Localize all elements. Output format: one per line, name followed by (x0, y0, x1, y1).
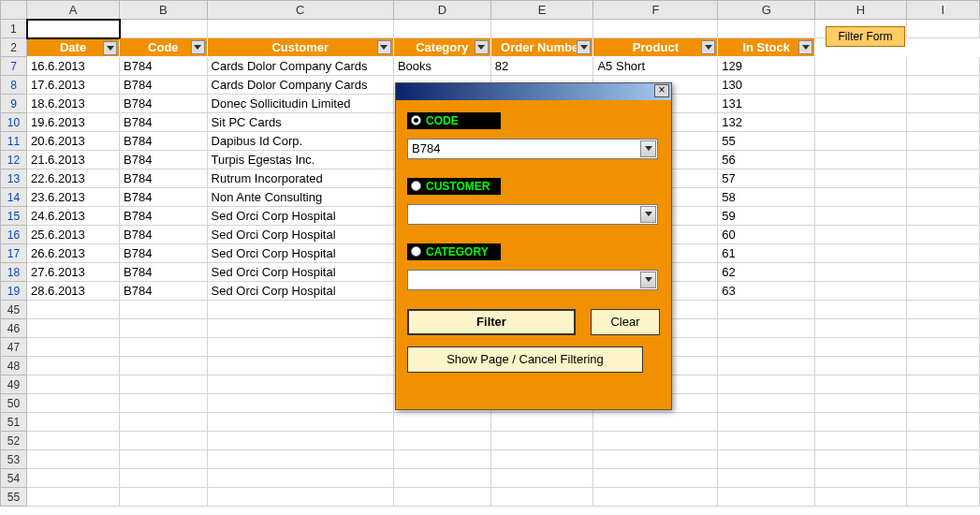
cell-stock[interactable]: 59 (718, 207, 815, 226)
cell[interactable] (815, 357, 907, 375)
cell[interactable] (815, 282, 907, 301)
col-header-D[interactable]: D (393, 1, 490, 20)
cell[interactable] (718, 450, 815, 469)
row-header[interactable]: 18 (1, 263, 27, 282)
cell[interactable] (906, 394, 979, 413)
cell[interactable] (815, 375, 907, 394)
cell-code[interactable]: B784 (120, 113, 208, 132)
cell-customer[interactable]: Donec Sollicitudin Limited (207, 95, 393, 113)
cell[interactable] (120, 413, 208, 432)
cell-code[interactable]: B784 (120, 57, 208, 76)
cell-code[interactable]: B784 (120, 132, 208, 151)
table-header-G[interactable]: In Stock (718, 38, 815, 57)
cell[interactable] (27, 432, 120, 450)
cell-customer[interactable]: Cards Dolor Company Cards (207, 57, 393, 76)
cell[interactable] (593, 488, 718, 507)
cell[interactable] (207, 488, 393, 507)
cell[interactable] (207, 450, 393, 469)
radio-category[interactable]: CATEGORY (407, 243, 501, 260)
cell-code[interactable]: B784 (120, 169, 208, 188)
cell[interactable] (207, 375, 393, 394)
row-header[interactable]: 17 (1, 244, 27, 263)
cell[interactable] (27, 375, 120, 394)
cell[interactable] (718, 357, 815, 375)
col-header-I[interactable]: I (906, 1, 979, 20)
row-header[interactable]: 9 (1, 95, 27, 113)
cell-date[interactable]: 27.6.2013 (27, 263, 120, 282)
cell[interactable] (906, 375, 979, 394)
cell[interactable] (815, 488, 907, 507)
cell[interactable] (393, 488, 490, 507)
cell-stock[interactable]: 57 (718, 169, 815, 188)
cell[interactable] (120, 450, 208, 469)
cell[interactable] (207, 301, 393, 319)
cell-code[interactable]: B784 (120, 95, 208, 113)
cell[interactable] (120, 375, 208, 394)
show-page-cancel-button[interactable]: Show Page / Cancel Filtering (407, 346, 643, 373)
cell[interactable] (906, 432, 979, 450)
clear-button[interactable]: Clear (591, 309, 660, 335)
cell[interactable] (815, 169, 907, 188)
close-icon[interactable]: × (654, 84, 669, 97)
cell[interactable] (718, 319, 815, 338)
cell-code[interactable]: B784 (120, 207, 208, 226)
cell[interactable] (906, 338, 979, 357)
cell[interactable] (718, 432, 815, 450)
cell[interactable] (815, 394, 907, 413)
row-header[interactable]: 54 (1, 469, 27, 488)
cell[interactable] (120, 301, 208, 319)
cell[interactable] (815, 226, 907, 244)
row-header[interactable]: 53 (1, 450, 27, 469)
cell-order[interactable]: 82 (490, 57, 593, 76)
cell[interactable] (120, 338, 208, 357)
cell[interactable] (27, 319, 120, 338)
cell-stock[interactable]: 130 (718, 76, 815, 95)
cell[interactable] (490, 413, 593, 432)
cell[interactable] (815, 319, 907, 338)
col-header-F[interactable]: F (593, 1, 718, 20)
cell-customer[interactable]: Sed Orci Corp Hospital (207, 282, 393, 301)
cell-code[interactable]: B784 (120, 263, 208, 282)
row-header[interactable]: 7 (1, 57, 27, 76)
cell[interactable] (593, 20, 718, 38)
cell[interactable] (27, 357, 120, 375)
cell[interactable] (906, 450, 979, 469)
row-header[interactable]: 12 (1, 151, 27, 169)
cell-customer[interactable]: Sed Orci Corp Hospital (207, 226, 393, 244)
cell[interactable] (393, 432, 490, 450)
cell[interactable] (718, 394, 815, 413)
cell-code[interactable]: B784 (120, 151, 208, 169)
dialog-titlebar[interactable]: × (396, 83, 671, 100)
code-combobox[interactable]: B784 (407, 139, 658, 159)
customer-combobox[interactable] (407, 204, 658, 225)
table-header-E[interactable]: Order Number (490, 38, 593, 57)
cell-date[interactable]: 20.6.2013 (27, 132, 120, 151)
cell[interactable] (906, 226, 979, 244)
row-header[interactable]: 45 (1, 301, 27, 319)
cell-stock[interactable]: 60 (718, 226, 815, 244)
cell[interactable] (906, 20, 979, 38)
cell[interactable] (815, 450, 907, 469)
cell-stock[interactable]: 56 (718, 151, 815, 169)
cell[interactable] (120, 20, 208, 38)
cell-stock[interactable]: 55 (718, 132, 815, 151)
row-header[interactable]: 51 (1, 413, 27, 432)
cell[interactable] (906, 57, 979, 76)
row-header[interactable]: 55 (1, 488, 27, 507)
cell-date[interactable]: 17.6.2013 (27, 76, 120, 95)
cell[interactable] (906, 301, 979, 319)
cell-date[interactable]: 16.6.2013 (27, 57, 120, 76)
cell-stock[interactable]: 131 (718, 95, 815, 113)
cell[interactable] (718, 469, 815, 488)
cell[interactable] (815, 76, 907, 95)
cell[interactable] (815, 338, 907, 357)
cell-A1[interactable] (27, 20, 120, 38)
cell[interactable] (906, 38, 979, 57)
row-header[interactable]: 47 (1, 338, 27, 357)
filter-dropdown-icon[interactable] (191, 40, 205, 54)
row-header[interactable]: 16 (1, 226, 27, 244)
cell-customer[interactable]: Turpis Egestas Inc. (207, 151, 393, 169)
cell[interactable] (593, 450, 718, 469)
table-header-B[interactable]: Code (120, 38, 208, 57)
cell[interactable] (906, 263, 979, 282)
